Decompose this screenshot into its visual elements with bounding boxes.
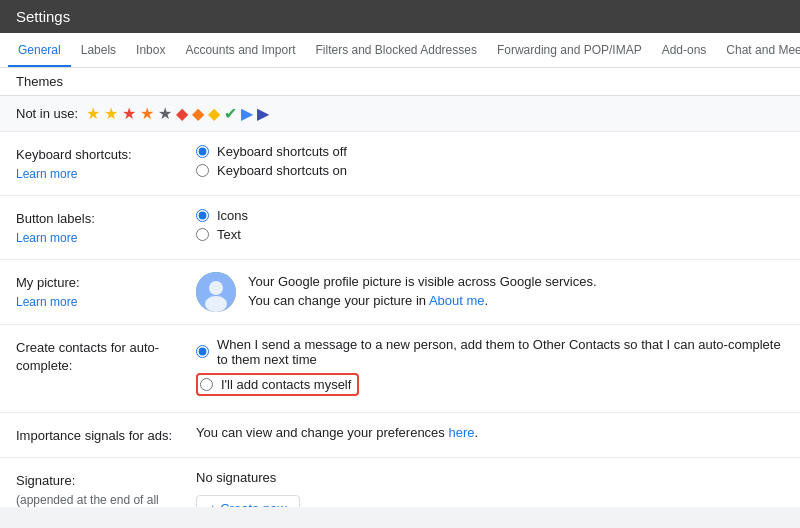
- nav-tab-forwarding[interactable]: Forwarding and POP/IMAP: [487, 33, 652, 68]
- my-picture-content: Your Google profile picture is visible a…: [196, 272, 784, 312]
- nav-tab-chat[interactable]: Chat and Meet: [716, 33, 800, 68]
- nav-tabs: GeneralLabelsInboxAccounts and ImportFil…: [0, 33, 800, 68]
- kb-off-radio[interactable]: [196, 145, 209, 158]
- importance-here-link[interactable]: here: [448, 425, 474, 440]
- button-labels-content: Icons Text: [196, 208, 784, 246]
- no-signatures-text: No signatures: [196, 470, 784, 485]
- not-in-use-row: Not in use: ★★★★★◆◆◆✔▶▶: [0, 96, 800, 132]
- title-text: Settings: [16, 8, 70, 25]
- star-2[interactable]: ★: [122, 104, 136, 123]
- settings-content: Not in use: ★★★★★◆◆◆✔▶▶ Keyboard shortcu…: [0, 96, 800, 507]
- star-4[interactable]: ★: [158, 104, 172, 123]
- create-contacts-row: Create contacts for auto-complete: When …: [0, 325, 800, 413]
- keyboard-shortcuts-label: Keyboard shortcuts: Learn more: [16, 144, 196, 183]
- nav-tab-addons[interactable]: Add-ons: [652, 33, 717, 68]
- button-labels-learn-more[interactable]: Learn more: [16, 230, 196, 247]
- importance-signals-label: Importance signals for ads:: [16, 425, 196, 445]
- bl-text-radio[interactable]: [196, 228, 209, 241]
- bl-text-option[interactable]: Text: [196, 227, 784, 242]
- cc-auto-option[interactable]: When I send a message to a new person, a…: [196, 337, 784, 367]
- my-picture-row: My picture: Learn more Your Google profi…: [0, 260, 800, 325]
- bl-icons-label: Icons: [217, 208, 248, 223]
- importance-text: You can view and change your preferences: [196, 425, 448, 440]
- importance-signals-row: Importance signals for ads: You can view…: [0, 413, 800, 458]
- nav-tab-labels[interactable]: Labels: [71, 33, 126, 68]
- signature-row: Signature: (appended at the end of all o…: [0, 458, 800, 507]
- bl-text-label: Text: [217, 227, 241, 242]
- kb-on-radio[interactable]: [196, 164, 209, 177]
- create-new-button[interactable]: + Create new: [196, 495, 300, 507]
- create-contacts-content: When I send a message to a new person, a…: [196, 337, 784, 400]
- kb-off-option[interactable]: Keyboard shortcuts off: [196, 144, 784, 159]
- profile-text3: .: [485, 293, 489, 308]
- not-in-use-label: Not in use:: [16, 106, 78, 121]
- nav-tab-general[interactable]: General: [8, 33, 71, 68]
- my-picture-learn-more[interactable]: Learn more: [16, 294, 196, 311]
- star-3[interactable]: ★: [140, 104, 154, 123]
- star-10[interactable]: ▶: [257, 104, 269, 123]
- kb-on-option[interactable]: Keyboard shortcuts on: [196, 163, 784, 178]
- keyboard-shortcuts-row: Keyboard shortcuts: Learn more Keyboard …: [0, 132, 800, 196]
- profile-text: Your Google profile picture is visible a…: [248, 272, 597, 311]
- nav-tab-filters[interactable]: Filters and Blocked Addresses: [306, 33, 487, 68]
- svg-point-1: [209, 281, 223, 295]
- importance-signals-content: You can view and change your preferences…: [196, 425, 784, 440]
- svg-point-2: [205, 296, 227, 312]
- bl-icons-radio[interactable]: [196, 209, 209, 222]
- star-1[interactable]: ★: [104, 104, 118, 123]
- cc-auto-label: When I send a message to a new person, a…: [217, 337, 784, 367]
- avatar: [196, 272, 236, 312]
- bl-icons-option[interactable]: Icons: [196, 208, 784, 223]
- keyboard-shortcuts-content: Keyboard shortcuts off Keyboard shortcut…: [196, 144, 784, 182]
- star-6[interactable]: ◆: [192, 104, 204, 123]
- cc-auto-radio[interactable]: [196, 345, 209, 358]
- star-0[interactable]: ★: [86, 104, 100, 123]
- title-bar: Settings: [0, 0, 800, 33]
- nav-tab-accounts-import[interactable]: Accounts and Import: [175, 33, 305, 68]
- kb-off-label: Keyboard shortcuts off: [217, 144, 347, 159]
- profile-text2: You can change your picture in: [248, 293, 429, 308]
- cc-manual-radio[interactable]: [200, 378, 213, 391]
- signature-label: Signature: (appended at the end of all o…: [16, 470, 196, 507]
- star-7[interactable]: ◆: [208, 104, 220, 123]
- signature-sub-label: (appended at the end of all outgoing mes…: [16, 492, 196, 507]
- about-me-link[interactable]: About me: [429, 293, 485, 308]
- themes-label: Themes: [16, 74, 63, 89]
- create-contacts-label: Create contacts for auto-complete:: [16, 337, 196, 375]
- nav-tab-inbox[interactable]: Inbox: [126, 33, 175, 68]
- star-9[interactable]: ▶: [241, 104, 253, 123]
- cc-manual-option[interactable]: I'll add contacts myself: [196, 373, 784, 396]
- stars-container: ★★★★★◆◆◆✔▶▶: [86, 104, 269, 123]
- button-labels-label: Button labels: Learn more: [16, 208, 196, 247]
- profile-text1: Your Google profile picture is visible a…: [248, 274, 597, 289]
- signature-content: No signatures + Create new: [196, 470, 784, 507]
- importance-text2: .: [475, 425, 479, 440]
- star-8[interactable]: ✔: [224, 104, 237, 123]
- cc-manual-label: I'll add contacts myself: [221, 377, 351, 392]
- keyboard-shortcuts-learn-more[interactable]: Learn more: [16, 166, 196, 183]
- themes-bar[interactable]: Themes: [0, 68, 800, 96]
- my-picture-label: My picture: Learn more: [16, 272, 196, 311]
- kb-on-label: Keyboard shortcuts on: [217, 163, 347, 178]
- star-5[interactable]: ◆: [176, 104, 188, 123]
- button-labels-row: Button labels: Learn more Icons Text: [0, 196, 800, 260]
